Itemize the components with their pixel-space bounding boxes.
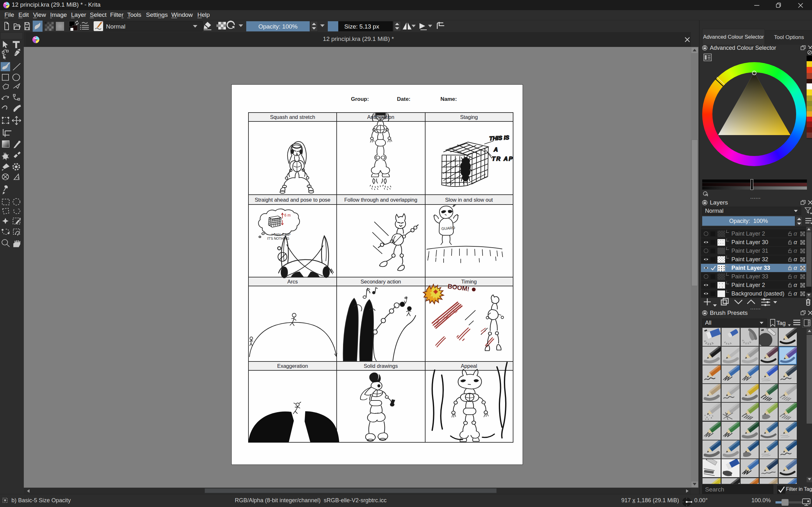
svg-text:Squash and stretch: Squash and stretch (270, 114, 315, 120)
svg-text:Opacity: 100%: Opacity: 100% (258, 23, 298, 30)
svg-text:Normal: Normal (106, 23, 125, 30)
svg-text:Size: 5.13 px: Size: 5.13 px (344, 23, 379, 30)
svg-text:Slow in and slow out: Slow in and slow out (445, 197, 493, 203)
svg-text:Follow through and overlapping: Follow through and overlapping (344, 197, 417, 203)
svg-text:Tag: Tag (776, 320, 786, 326)
svg-text:A: A (494, 147, 498, 153)
svg-text:6 m: 6 m (284, 213, 291, 218)
svg-text:Staging: Staging (460, 114, 478, 120)
svg-text:Exaggeration: Exaggeration (277, 363, 308, 369)
svg-text:Straight ahead and pose to pos: Straight ahead and pose to pose (255, 197, 331, 203)
svg-text:THIS IS: THIS IS (489, 134, 509, 142)
svg-text:Solid drawings: Solid drawings (364, 363, 398, 369)
svg-text:Group:: Group: (351, 96, 369, 102)
svg-text:Secondary action: Secondary action (360, 279, 401, 284)
svg-text:Date:: Date: (397, 96, 411, 102)
svg-text:Timing: Timing (461, 279, 477, 284)
svg-text:TR AP: TR AP (492, 156, 513, 162)
svg-text:I CAN JUMP: I CAN JUMP (272, 233, 291, 236)
svg-text:Name:: Name: (441, 96, 457, 102)
svg-text:Arcs: Arcs (288, 279, 298, 284)
svg-text:Appeal: Appeal (461, 363, 477, 369)
